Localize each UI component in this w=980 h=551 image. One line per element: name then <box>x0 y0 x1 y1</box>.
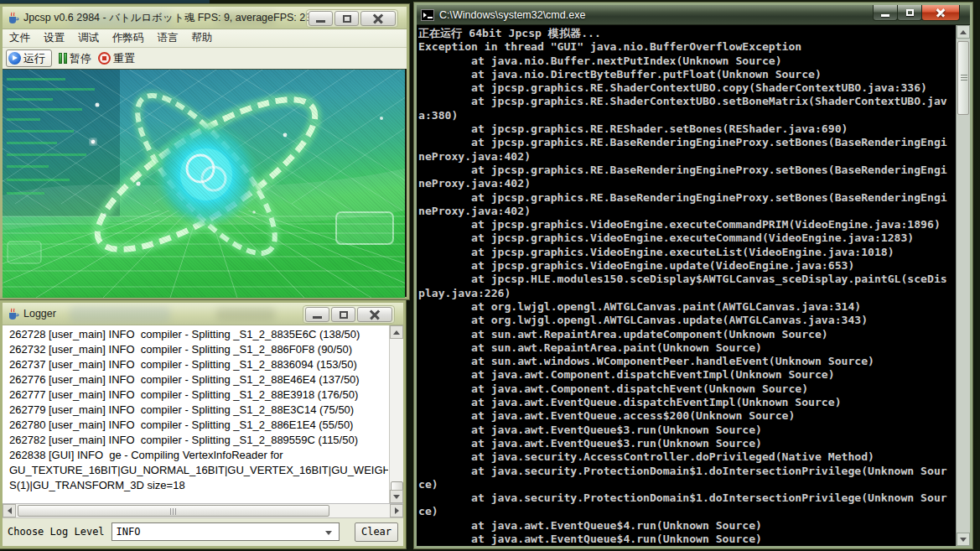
cmd-line: at java.nio.DirectByteBuffer.putFloat(Un… <box>418 68 955 81</box>
cmd-line: at jpcsp.graphics.RE.REShader.setBones(R… <box>418 122 955 136</box>
console-icon <box>421 9 434 21</box>
maximize-icon <box>906 9 914 16</box>
reset-label: 重置 <box>113 51 135 66</box>
scroll-up-button[interactable] <box>957 25 970 39</box>
cmd-line: at java.security.ProtectionDomain$1.doIn… <box>418 465 955 478</box>
log-level-dropdown[interactable]: INFO <box>111 522 340 541</box>
menu-item[interactable]: 文件 <box>3 29 37 47</box>
scroll-down-button[interactable] <box>957 533 970 546</box>
arrow-up-icon <box>393 330 400 335</box>
cmd-vertical-scrollbar[interactable] <box>956 25 970 546</box>
close-icon <box>370 309 380 320</box>
pause-button[interactable]: 暂停 <box>59 49 91 67</box>
menu-item[interactable]: 调试 <box>71 29 106 47</box>
log-line: 262780 [user_main] INFO compiler - Split… <box>9 418 388 433</box>
cmd-close-button[interactable] <box>921 5 960 21</box>
scroll-right-button[interactable] <box>390 504 403 517</box>
log-line: 262776 [user_main] INFO compiler - Split… <box>9 372 388 387</box>
play-circle-icon <box>8 52 21 65</box>
cmd-line: at jpcsp.graphics.VideoEngine.update(Vid… <box>418 259 955 273</box>
cmd-minimize-button[interactable] <box>873 5 898 21</box>
cmd-line: neProxy.java:402) <box>418 177 955 190</box>
cmd-console-output[interactable]: 正在运行 64bit Jpcsp 模拟器...Exception in thre… <box>417 25 970 546</box>
run-label: 运行 <box>23 51 45 66</box>
cmd-line: neProxy.java:402) <box>418 150 955 164</box>
menu-item[interactable]: 帮助 <box>185 29 220 47</box>
jpcsp-minimize-button[interactable] <box>309 11 333 26</box>
java-cup-icon <box>6 307 19 320</box>
maximize-icon <box>340 311 348 319</box>
vertical-scroll-thumb[interactable] <box>957 41 969 115</box>
logger-titlebar[interactable]: Logger <box>3 303 403 325</box>
cmd-line: at jpcsp.graphics.RE.BaseRenderingEngine… <box>418 136 955 149</box>
cmd-line: at sun.awt.RepaintArea.paint(Unknown Sou… <box>418 341 955 355</box>
jpcsp-close-button[interactable] <box>360 11 396 26</box>
log-line: 262779 [user_main] INFO compiler - Split… <box>9 403 388 418</box>
cmd-line: at java.awt.EventQueue$4.run(Unknown Sou… <box>418 519 955 533</box>
horizontal-scroll-thumb[interactable] <box>18 505 329 517</box>
reset-button[interactable]: 重置 <box>98 49 135 67</box>
logger-maximize-button[interactable] <box>331 307 355 322</box>
jpcsp-toolbar: 运行 暂停 重置 <box>3 48 407 69</box>
pause-bars-icon <box>59 53 67 64</box>
log-line: GU_TEXTURE_16BIT|GU_NORMAL_16BIT|GU_VERT… <box>9 463 388 478</box>
cmd-line: at java.awt.EventQueue.dispatchEventImpl… <box>418 396 955 409</box>
cmd-line: at jpcsp.graphics.VideoEngine.executeCom… <box>418 231 955 245</box>
cmd-line: at java.awt.Component.dispatchEventImpl(… <box>418 368 955 382</box>
logger-close-button[interactable] <box>357 307 392 322</box>
scroll-left-button[interactable] <box>3 504 16 517</box>
cmd-line: at java.security.ProtectionDomain$1.doIn… <box>418 491 955 505</box>
cmd-line: at jpcsp.graphics.RE.ShaderContextUBO.se… <box>418 95 955 108</box>
log-output-area[interactable]: 262728 [user_main] INFO compiler - Split… <box>3 325 403 504</box>
log-vertical-scrollbar[interactable] <box>389 325 403 503</box>
cmd-line: at java.awt.EventQueue$3.run(Unknown Sou… <box>418 424 955 437</box>
log-line: 262782 [user_main] INFO compiler - Split… <box>9 433 388 448</box>
scroll-up-button[interactable] <box>390 325 403 339</box>
jpcsp-titlebar[interactable]: Jpcsp v0.6 2984 - バトルロボット魂 FPS: 9, avera… <box>3 7 407 29</box>
logger-window-controls <box>303 305 395 324</box>
cmd-line: ce) <box>418 505 955 518</box>
cmd-line: at java.awt.EventQueue.access$200(Unknow… <box>418 409 955 423</box>
cmd-line: at sun.awt.RepaintArea.updateComponent(U… <box>418 328 955 341</box>
jpcsp-window-title: Jpcsp v0.6 2984 - バトルロボット魂 FPS: 9, avera… <box>23 11 320 25</box>
cmd-line: at java.awt.EventQueue$3.run(Unknown Sou… <box>418 437 955 450</box>
cmd-line: play.java:226) <box>418 287 955 300</box>
arrow-down-icon <box>960 538 967 542</box>
close-icon <box>373 13 383 23</box>
log-line: S(1)|GU_TRANSFORM_3D size=18 <box>9 478 388 493</box>
menu-item[interactable]: 语言 <box>151 29 185 47</box>
jpcsp-maximize-button[interactable] <box>334 11 359 26</box>
log-horizontal-scrollbar[interactable] <box>3 504 403 518</box>
arrow-right-icon <box>395 507 399 514</box>
log-level-label: Choose Log Level <box>8 526 105 538</box>
log-line: 262838 [GUI] INFO ge - Compiling VertexI… <box>9 448 388 463</box>
log-line: 262732 [user_main] INFO compiler - Split… <box>9 342 388 357</box>
clear-log-button[interactable]: Clear <box>355 522 398 542</box>
menu-item[interactable]: 设置 <box>37 29 71 47</box>
cmd-window: C:\Windows\system32\cmd.exe 正在运行 64bit J… <box>414 3 972 548</box>
cmd-line: 正在运行 64bit Jpcsp 模拟器... <box>418 27 955 40</box>
log-line: 262728 [user_main] INFO compiler - Split… <box>9 327 388 342</box>
emulator-display <box>3 69 405 297</box>
pause-label: 暂停 <box>70 51 91 66</box>
close-icon <box>936 8 946 18</box>
cmd-titlebar[interactable]: C:\Windows\system32\cmd.exe <box>417 5 970 25</box>
logger-window-title: Logger <box>23 308 56 320</box>
jpcsp-window-controls <box>306 9 398 28</box>
cmd-line: at java.nio.Buffer.nextPutIndex(Unknown … <box>418 55 955 68</box>
scroll-down-button[interactable] <box>390 490 403 503</box>
cmd-line: at java.awt.EventQueue$4.run(Unknown Sou… <box>418 533 955 546</box>
run-button[interactable]: 运行 <box>6 49 52 67</box>
cmd-line: at jpcsp.graphics.RE.ShaderContextUBO.co… <box>418 81 955 95</box>
cmd-line: a:380) <box>418 109 955 122</box>
arrow-up-icon <box>960 30 967 34</box>
log-line: 262737 [user_main] INFO compiler - Split… <box>9 357 388 372</box>
cmd-line: Exception in thread "GUI" java.nio.Buffe… <box>418 40 955 54</box>
cmd-maximize-button[interactable] <box>897 5 922 21</box>
logger-minimize-button[interactable] <box>305 307 329 322</box>
menu-item[interactable]: 作弊码 <box>106 29 151 47</box>
cmd-line: at jpcsp.graphics.VideoEngine.executeCom… <box>418 218 955 231</box>
cmd-line: at jpcsp.graphics.RE.BaseRenderingEngine… <box>418 164 955 177</box>
cmd-line: at sun.awt.windows.WComponentPeer.handle… <box>418 355 955 368</box>
jpcsp-window: Jpcsp v0.6 2984 - バトルロボット魂 FPS: 9, avera… <box>0 4 409 299</box>
